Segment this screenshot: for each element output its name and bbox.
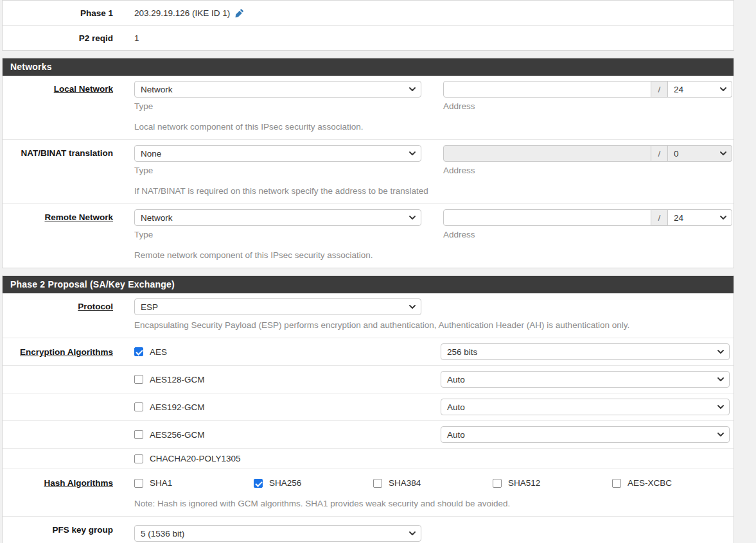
local-network-address-input[interactable] bbox=[443, 81, 651, 98]
aes256gcm-keylen-value: Auto bbox=[447, 430, 465, 440]
aes192gcm-checkbox[interactable] bbox=[134, 402, 143, 411]
aes192gcm-keylen-select[interactable]: Auto bbox=[441, 399, 730, 415]
chevron-down-icon bbox=[717, 377, 724, 381]
aes-keylen-select[interactable]: 256 bits bbox=[441, 343, 730, 360]
protocol-label: Protocol bbox=[3, 293, 113, 338]
aes-checkbox-label: AES bbox=[150, 347, 167, 357]
encryption-algorithms-label: Encryption Algorithms bbox=[3, 338, 113, 365]
ipsec-phase2-form: Phase 1 203.29.19.126 (IKE ID 1) P2 reqi… bbox=[2, 0, 734, 543]
slash-separator: / bbox=[651, 145, 668, 162]
phase1-value: 203.29.19.126 (IKE ID 1) bbox=[134, 8, 244, 18]
phase2-proposal-title: Phase 2 Proposal (SA/Key Exchange) bbox=[3, 276, 734, 293]
local-network-row: Local Network Network Type / bbox=[3, 76, 734, 139]
remote-network-address-input[interactable] bbox=[443, 209, 651, 226]
aes256gcm-checkbox-label: AES256-GCM bbox=[150, 430, 205, 440]
aes128gcm-keylen-value: Auto bbox=[447, 375, 465, 384]
networks-panel: Networks Local Network Network Type bbox=[2, 58, 734, 268]
aes256gcm-checkbox[interactable] bbox=[134, 430, 143, 439]
remote-network-label: Remote Network bbox=[3, 204, 113, 268]
hash-option-sha1: SHA1 bbox=[134, 478, 254, 488]
chevron-down-icon bbox=[409, 87, 416, 91]
protocol-description: Encapsulating Security Payload (ESP) per… bbox=[134, 320, 730, 330]
nat-binat-prefix-value: 0 bbox=[674, 149, 679, 159]
aes256gcm-keylen-select[interactable]: Auto bbox=[441, 426, 730, 443]
type-caption: Type bbox=[134, 166, 421, 175]
chevron-down-icon bbox=[409, 216, 416, 220]
local-network-prefix-value: 24 bbox=[674, 85, 683, 94]
phase1-text: 203.29.19.126 (IKE ID 1) bbox=[134, 8, 230, 18]
phase1-row: Phase 1 203.29.19.126 (IKE ID 1) bbox=[3, 1, 734, 25]
address-caption: Address bbox=[443, 230, 732, 239]
pfs-key-group-label: PFS key group bbox=[3, 517, 113, 543]
protocol-value: ESP bbox=[141, 302, 158, 312]
remote-network-row: Remote Network Network Type / bbox=[3, 203, 734, 268]
hash-algorithms-label: Hash Algorithms bbox=[3, 469, 113, 516]
remote-network-description: Remote network component of this IPsec s… bbox=[134, 250, 730, 260]
sha256-checkbox[interactable] bbox=[254, 479, 263, 488]
aesxcbc-checkbox-label: AES-XCBC bbox=[628, 478, 672, 488]
remote-network-prefix-select[interactable]: 24 bbox=[668, 209, 732, 226]
hash-option-sha512: SHA512 bbox=[493, 478, 612, 488]
slash-separator: / bbox=[651, 81, 668, 98]
sha1-checkbox[interactable] bbox=[134, 479, 143, 488]
phase1-label: Phase 1 bbox=[3, 1, 113, 25]
chevron-down-icon bbox=[717, 433, 724, 436]
pfs-key-group-select[interactable]: 5 (1536 bit) bbox=[134, 525, 421, 542]
nat-binat-prefix-select[interactable]: 0 bbox=[668, 145, 732, 162]
address-caption: Address bbox=[443, 166, 732, 175]
general-info-panel: Phase 1 203.29.19.126 (IKE ID 1) P2 reqi… bbox=[2, 0, 734, 51]
nat-binat-address-input[interactable] bbox=[443, 145, 651, 162]
p2-reqid-value: 1 bbox=[134, 33, 139, 43]
hash-algorithms-row: Hash Algorithms SHA1 SHA256 SHA384 bbox=[3, 469, 734, 516]
sha512-checkbox[interactable] bbox=[493, 479, 502, 488]
encryption-aes192gcm-row: AES192-GCM Auto bbox=[3, 393, 734, 420]
hash-note: Note: Hash is ignored with GCM algorithm… bbox=[134, 499, 730, 508]
nat-binat-label: NAT/BINAT translation bbox=[3, 140, 113, 203]
protocol-select[interactable]: ESP bbox=[134, 298, 421, 315]
type-caption: Type bbox=[134, 230, 421, 239]
pencil-icon[interactable] bbox=[234, 8, 244, 18]
pfs-key-group-row: PFS key group 5 (1536 bit) bbox=[3, 516, 734, 543]
aes128gcm-keylen-select[interactable]: Auto bbox=[441, 371, 730, 388]
aes128gcm-checkbox[interactable] bbox=[134, 375, 143, 384]
sha384-checkbox[interactable] bbox=[373, 479, 382, 488]
chacha20-checkbox-label: CHACHA20-POLY1305 bbox=[150, 454, 241, 463]
sha1-checkbox-label: SHA1 bbox=[150, 478, 172, 488]
sha384-checkbox-label: SHA384 bbox=[389, 478, 421, 488]
chevron-down-icon bbox=[717, 405, 724, 409]
nat-binat-type-select[interactable]: None bbox=[134, 145, 421, 162]
nat-binat-type-value: None bbox=[141, 149, 161, 159]
encryption-aes-row: Encryption Algorithms AES 256 bits bbox=[3, 338, 734, 365]
networks-panel-title: Networks bbox=[3, 58, 734, 76]
hash-option-sha384: SHA384 bbox=[373, 478, 493, 488]
chevron-down-icon bbox=[409, 151, 416, 155]
aes-checkbox[interactable] bbox=[134, 347, 143, 356]
aesxcbc-checkbox[interactable] bbox=[612, 479, 621, 488]
aes-keylen-value: 256 bits bbox=[447, 347, 477, 357]
phase2-proposal-panel: Phase 2 Proposal (SA/Key Exchange) Proto… bbox=[2, 275, 734, 543]
sha256-checkbox-label: SHA256 bbox=[269, 478, 301, 488]
local-network-type-select[interactable]: Network bbox=[134, 81, 421, 98]
aes128gcm-checkbox-label: AES128-GCM bbox=[150, 375, 205, 384]
hash-option-sha256: SHA256 bbox=[254, 478, 373, 488]
slash-separator: / bbox=[651, 209, 668, 226]
local-network-type-value: Network bbox=[141, 85, 173, 94]
chevron-down-icon bbox=[409, 305, 416, 309]
hash-option-aesxcbc: AES-XCBC bbox=[612, 478, 732, 488]
chacha20-checkbox[interactable] bbox=[134, 454, 143, 463]
aes192gcm-checkbox-label: AES192-GCM bbox=[150, 402, 205, 412]
local-network-prefix-select[interactable]: 24 bbox=[668, 81, 732, 98]
chevron-down-icon bbox=[720, 216, 726, 220]
remote-network-type-select[interactable]: Network bbox=[134, 209, 421, 226]
local-network-label: Local Network bbox=[3, 76, 113, 139]
p2-reqid-label: P2 reqid bbox=[3, 26, 113, 50]
chevron-down-icon bbox=[720, 87, 726, 91]
type-caption: Type bbox=[134, 101, 421, 111]
nat-binat-row: NAT/BINAT translation None Type / bbox=[3, 139, 734, 203]
sha512-checkbox-label: SHA512 bbox=[508, 478, 540, 488]
aes192gcm-keylen-value: Auto bbox=[447, 402, 465, 412]
pfs-key-group-value: 5 (1536 bit) bbox=[141, 529, 184, 539]
remote-network-prefix-value: 24 bbox=[674, 213, 683, 223]
chevron-down-icon bbox=[720, 151, 726, 155]
protocol-row: Protocol ESP Encapsulating Security Payl… bbox=[3, 293, 734, 338]
